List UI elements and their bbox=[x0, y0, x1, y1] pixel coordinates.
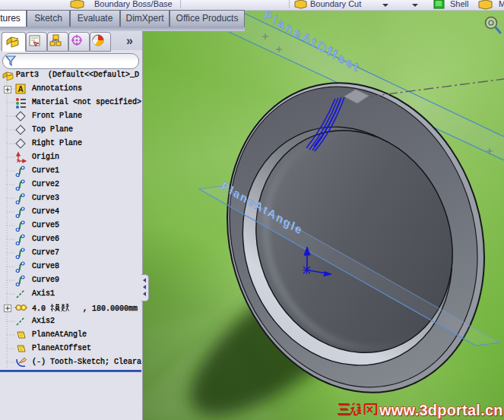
svg-text:A: A bbox=[18, 85, 24, 93]
svg-text:»: » bbox=[126, 34, 133, 47]
svg-text:www.3dportal.cn: www.3dportal.cn bbox=[379, 402, 502, 418]
